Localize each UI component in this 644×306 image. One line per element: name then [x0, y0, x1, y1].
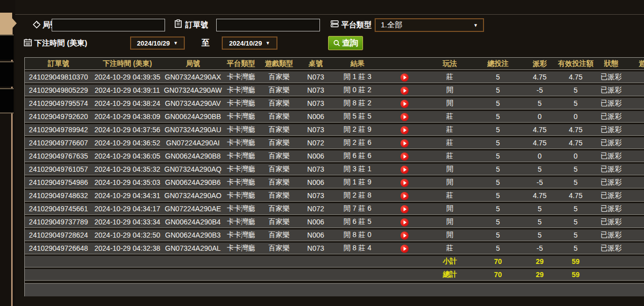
cell-payout: 5 [522, 98, 557, 109]
cell-play: 閒 [426, 216, 474, 228]
replay-button[interactable] [400, 192, 409, 200]
replay-button[interactable] [400, 166, 409, 174]
cell-round: GN07324A290AL [163, 243, 223, 254]
date-to-button[interactable]: 2024/10/29▼ [222, 36, 277, 50]
cell-game: 百家樂 [259, 243, 299, 254]
cell-platform: 卡卡灣廳 [223, 98, 259, 109]
totals-empty-cell [628, 269, 644, 281]
cell-play: 閒 [426, 164, 474, 175]
cell-total_bet: 5 [474, 137, 522, 149]
cell-status: 已派彩 [594, 124, 628, 136]
totals-empty-cell [332, 269, 383, 281]
platform-select[interactable]: 1.全部 ▼ [375, 18, 484, 32]
sidebar-rail [0, 0, 15, 306]
cell-round: GN00624A290B3 [163, 230, 223, 241]
totals-valid-bet: 59 [557, 269, 594, 281]
sidebar-tab[interactable] [0, 61, 14, 87]
totals-total-bet: 70 [474, 256, 522, 267]
cell-round: GN07224A290AE [163, 203, 223, 215]
search-button[interactable]: 查詢 [328, 36, 363, 50]
cell-platform: 卡卡灣廳 [223, 111, 259, 123]
replay-button[interactable] [400, 152, 409, 161]
totals-payout: 29 [522, 256, 557, 267]
round-input[interactable] [52, 19, 165, 31]
cell-result: 閒 6 莊 5 [332, 216, 383, 228]
cell-order: 241029049754986 [25, 177, 92, 188]
cell-status: 已派彩 [594, 230, 628, 241]
cell-time: 2024-10-29 04:39:35 [92, 71, 163, 83]
cell-payout: 5 [522, 216, 557, 228]
cell-result: 閒 1 莊 3 [332, 71, 383, 83]
cell-payout: 0 [522, 111, 557, 123]
cell-platform: 卡卡灣廳 [223, 85, 259, 96]
cell-valid_bet: 5 [557, 230, 594, 241]
cell-play: 莊 [426, 190, 474, 202]
sidebar-tab[interactable] [0, 88, 14, 113]
cell-extra [628, 164, 644, 175]
cell-time: 2024-10-29 04:32:50 [92, 230, 163, 241]
cell-order: 241029049776607 [25, 137, 92, 149]
cell-play_btn [383, 164, 426, 175]
replay-button[interactable] [400, 126, 409, 134]
cell-status: 已派彩 [594, 243, 628, 254]
cell-game: 百家樂 [259, 216, 299, 228]
cell-result: 閒 8 莊 4 [332, 243, 383, 254]
cell-time: 2024-10-29 04:38:24 [92, 98, 163, 109]
cell-extra [628, 137, 644, 149]
cell-extra [628, 203, 644, 215]
clipboard-icon [174, 19, 183, 28]
top-divider [15, 14, 644, 15]
cell-round: GN07324A290AU [163, 124, 223, 136]
column-header [383, 58, 426, 70]
column-header: 平台類型 [223, 58, 259, 70]
cell-total_bet: 5 [474, 111, 522, 123]
replay-button[interactable] [400, 232, 409, 240]
cell-payout: 0 [522, 150, 557, 162]
bet-history-screen: 局號 訂單號 平台類型 1.全部 ▼ 下注時間 (美東) 2024/10/29▼… [0, 0, 644, 306]
date-from-button[interactable]: 2024/10/29▼ [130, 36, 185, 50]
replay-button[interactable] [400, 245, 409, 253]
cell-total_bet: 5 [474, 177, 522, 188]
column-header: 桌號 [299, 58, 332, 70]
sidebar-tab[interactable] [0, 34, 14, 60]
totals-empty-cell [259, 269, 299, 281]
cell-total_bet: 5 [474, 243, 522, 254]
cell-time: 2024-10-29 04:35:03 [92, 177, 163, 188]
replay-button[interactable] [400, 113, 409, 121]
order-input[interactable] [216, 19, 320, 31]
replay-button[interactable] [400, 205, 409, 213]
column-header: 遊戲類型 [259, 58, 299, 70]
cell-play: 莊 [426, 124, 474, 136]
cell-table_no: N073 [299, 71, 332, 83]
totals-empty-cell [299, 269, 332, 281]
cell-extra [628, 230, 644, 241]
sidebar-tab-active[interactable] [0, 13, 12, 34]
cell-status: 已派彩 [594, 164, 628, 175]
replay-button[interactable] [400, 87, 409, 95]
cell-play: 閒 [426, 85, 474, 96]
cell-valid_bet: 5 [557, 216, 594, 228]
replay-button[interactable] [400, 218, 409, 226]
cell-status: 已派彩 [594, 98, 628, 109]
replay-button[interactable] [400, 179, 409, 187]
replay-button[interactable] [400, 139, 409, 147]
cell-total_bet: 5 [474, 203, 522, 215]
cell-platform: 卡卡灣廳 [223, 137, 259, 149]
platform-label: 平台類型 [341, 20, 372, 30]
cell-extra [628, 71, 644, 83]
cell-round: GN07324A290AO [163, 190, 223, 202]
totals-row: 總計702959 [25, 269, 644, 281]
totals-empty-cell [259, 256, 299, 267]
cell-play_btn [383, 137, 426, 149]
totals-empty-cell [223, 269, 259, 281]
cell-status: 已派彩 [594, 177, 628, 188]
cell-play_btn [383, 216, 426, 228]
table-header-row: 訂單號下注時間 (美東)局號平台類型遊戲類型桌號結果玩法總投注派彩有效投注額狀態… [25, 58, 644, 70]
totals-empty-cell [92, 269, 163, 281]
replay-button[interactable] [400, 73, 409, 82]
table-row: 2410290497610572024-10-29 04:35:32GN0732… [25, 164, 644, 175]
totals-empty-cell [163, 269, 223, 281]
cell-extra [628, 85, 644, 96]
replay-button[interactable] [400, 100, 409, 108]
table-row: 2410290497456612024-10-29 04:34:17GN0722… [25, 203, 644, 215]
